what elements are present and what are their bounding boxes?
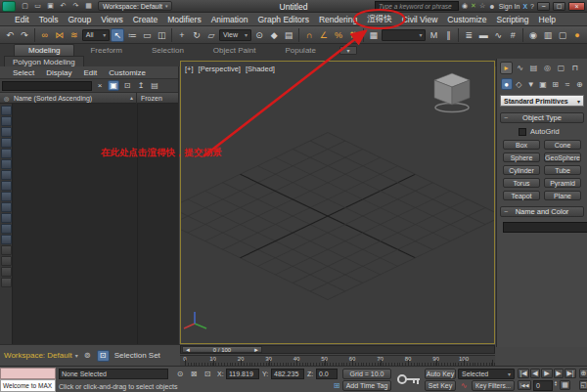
close-button[interactable]: × — [568, 2, 585, 11]
motion-tab-icon[interactable]: ◎ — [541, 62, 554, 74]
select-and-move-icon[interactable]: + — [175, 28, 189, 42]
undo-qat-icon[interactable]: ↶ — [58, 1, 68, 11]
key-mode-toggle-icon[interactable]: |◀◀ — [518, 380, 531, 390]
menu-item-views[interactable]: Views — [96, 15, 128, 24]
set-key-curve-icon[interactable]: ∿ — [458, 380, 470, 391]
redo-qat-icon[interactable]: ↷ — [70, 1, 81, 11]
tab-selection[interactable]: Selection — [138, 44, 198, 56]
maximize-button[interactable]: □ — [553, 2, 565, 11]
time-configuration-icon[interactable]: ▦ — [560, 380, 570, 390]
align-icon[interactable]: ∥ — [441, 28, 455, 42]
hierarchy-tab-icon[interactable]: ▤ — [527, 62, 540, 74]
column-frozen[interactable]: Frozen — [137, 95, 178, 102]
set-key-mode-icon[interactable] — [396, 370, 422, 388]
viewport-general-menu[interactable]: [+] — [185, 65, 194, 73]
z-coordinate-field[interactable]: 0.0 — [316, 369, 338, 379]
graphite-ribbon-icon[interactable]: ▬ — [476, 28, 490, 42]
current-frame-field[interactable]: 0 — [533, 380, 553, 391]
absolute-offset-icon[interactable]: ⊡ — [202, 369, 213, 379]
next-frame-icon[interactable]: ▶ — [554, 369, 564, 378]
selection-region-icon[interactable]: ▭ — [140, 28, 154, 42]
percent-snap-icon[interactable]: % — [332, 28, 345, 42]
explorer-list[interactable] — [0, 104, 178, 344]
explorer-display-toggle-icon[interactable] — [1, 159, 12, 169]
explorer-select-icon[interactable]: ▣ — [108, 80, 119, 91]
utilities-tab-icon[interactable]: ⊓ — [568, 62, 581, 74]
workspace-dropdown[interactable]: Workspace: Default▾ — [98, 1, 172, 11]
render-icon[interactable]: ● — [570, 28, 584, 42]
snaps-toggle-icon[interactable]: ∩ — [302, 28, 316, 42]
frame-forward-icon[interactable]: ► — [253, 347, 259, 353]
schematic-view-icon[interactable]: # — [506, 28, 519, 42]
clear-search-icon[interactable]: × — [94, 80, 106, 91]
menu-item-scripting[interactable]: Scripting — [492, 15, 534, 24]
set-key-button[interactable]: Set Key — [425, 380, 456, 391]
display-tab-icon[interactable]: ▢ — [555, 62, 567, 74]
key-filters-button[interactable]: Key Filters... — [472, 380, 515, 391]
column-name[interactable]: ◎ Name (Sorted Ascending) ▲ — [0, 93, 137, 104]
macro-recorder-field[interactable] — [0, 368, 56, 379]
frame-spinner[interactable]: ▲▼ — [554, 380, 558, 386]
modify-tab-icon[interactable]: ∿ — [514, 62, 526, 74]
frame-back-icon[interactable]: ◄ — [185, 347, 191, 353]
shapes-category-icon[interactable]: ◇ — [514, 78, 524, 90]
geosphere-button[interactable]: GeoSphere — [544, 152, 581, 162]
select-and-rotate-icon[interactable]: ↻ — [190, 28, 203, 42]
selection-lock-toggle-icon[interactable]: ⊠ — [188, 369, 200, 379]
explorer-menu-display[interactable]: Display — [41, 68, 76, 77]
pick-parent-icon[interactable]: ↥ — [135, 80, 147, 91]
previous-frame-icon[interactable]: ◀ — [530, 369, 540, 378]
lock-icon[interactable]: ⊡ — [121, 80, 133, 91]
time-slider-handle[interactable]: ◄ 0 / 100 ► — [182, 346, 262, 353]
y-coordinate-field[interactable]: 482.235 — [271, 369, 304, 379]
menu-item-create[interactable]: Create — [128, 15, 163, 24]
named-sets-dropdown[interactable]: ▾ — [382, 29, 427, 41]
mirror-icon[interactable]: M — [427, 28, 440, 42]
zoom-icon[interactable]: ⊕ — [579, 369, 587, 378]
isolate-toggle-icon[interactable]: ⊙ — [174, 369, 186, 379]
systems-category-icon[interactable]: ⊕ — [574, 78, 585, 90]
menu-item-edit[interactable]: Edit — [10, 15, 34, 24]
sign-in-link[interactable]: Sign In — [499, 3, 520, 10]
reference-coordinate-dropdown[interactable]: View▾ — [219, 29, 251, 41]
maximize-viewport-icon[interactable]: ◱ — [579, 380, 587, 390]
object-type-rollout[interactable]: − Object Type — [500, 112, 584, 123]
window-crossing-icon[interactable]: ◫ — [155, 28, 168, 42]
space-warps-category-icon[interactable]: ≈ — [562, 78, 572, 90]
select-by-name-icon[interactable]: ≔ — [125, 28, 139, 42]
ribbon-config-icon[interactable]: ▾ — [339, 46, 357, 55]
communication-center-icon[interactable]: ✕ — [471, 2, 476, 10]
explorer-display-toggle-icon[interactable] — [1, 116, 12, 126]
plane-button[interactable]: Plane — [544, 191, 581, 200]
explorer-display-toggle-icon[interactable] — [1, 256, 12, 266]
explorer-menu-select[interactable]: Select — [8, 68, 39, 77]
project-folder-icon[interactable]: ▦ — [83, 1, 94, 11]
unlink-selection-icon[interactable]: ⋈ — [53, 28, 67, 42]
minimize-button[interactable]: − — [537, 2, 550, 11]
undo-icon[interactable]: ↶ — [3, 28, 17, 42]
explorer-display-toggle-icon[interactable] — [1, 235, 12, 244]
torus-button[interactable]: Torus — [503, 178, 540, 188]
select-and-scale-icon[interactable]: ▱ — [204, 28, 218, 42]
explorer-display-toggle-icon[interactable] — [1, 106, 12, 115]
perspective-viewport[interactable]: [+] [Perspective] [Shaded] — [180, 61, 495, 344]
explorer-display-toggle-icon[interactable] — [1, 267, 12, 277]
use-pivot-point-icon[interactable]: ⊙ — [252, 28, 266, 42]
bind-to-space-warp-icon[interactable]: ≋ — [68, 28, 81, 42]
cameras-category-icon[interactable]: ▣ — [537, 78, 548, 90]
angle-snap-icon[interactable]: ∠ — [317, 28, 331, 42]
go-to-end-icon[interactable]: ▶| — [564, 369, 576, 378]
timeline-ruler[interactable]: 0 10 20 30 40 50 60 70 80 90 100 — [180, 355, 495, 366]
tab-populate[interactable]: Populate — [271, 44, 330, 56]
object-name-field[interactable] — [503, 222, 587, 233]
primitive-type-dropdown[interactable]: Standard Primitives▾ — [500, 95, 584, 107]
name-color-rollout[interactable]: − Name and Color — [500, 206, 584, 217]
sphere-button[interactable]: Sphere — [503, 152, 540, 162]
add-time-tag-icon[interactable]: ⊞ — [331, 380, 342, 391]
rendered-frame-icon[interactable]: ▢ — [556, 28, 569, 42]
explorer-display-toggle-icon[interactable] — [1, 224, 12, 234]
explorer-display-toggle-icon[interactable] — [1, 127, 12, 137]
explorer-display-toggle-icon[interactable] — [1, 138, 12, 148]
menu-item-civil-view[interactable]: Civil View — [397, 15, 443, 24]
render-setup-icon[interactable]: ▥ — [541, 28, 555, 42]
